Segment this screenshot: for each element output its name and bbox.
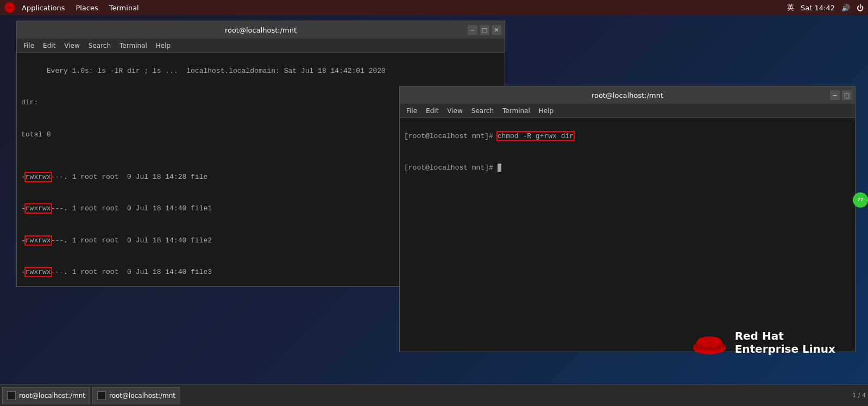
term2-edit-menu[interactable]: Edit <box>423 106 442 116</box>
minimize-button-1[interactable]: ─ <box>468 25 477 35</box>
top-menubar: Applications Places Terminal 英 Sat 14:42… <box>0 0 868 15</box>
term2-search-menu[interactable]: Search <box>468 106 497 116</box>
term1-search-menu[interactable]: Search <box>85 41 114 51</box>
terminal-2-prompt2: [root@localhost mnt]# <box>404 164 498 172</box>
minimize-button-2[interactable]: ─ <box>830 90 840 100</box>
maximize-button-2[interactable]: □ <box>842 90 852 100</box>
redhat-name: Red Hat <box>735 329 835 342</box>
taskbar-item-1-label: root@localhost:/mnt <box>19 392 85 399</box>
maximize-button-1[interactable]: □ <box>480 25 489 35</box>
terminal-2-command1: chmod -R g+rwx dir <box>498 132 574 140</box>
terminal-1-line3: -rwxrwx---. 1 root root 0 Jul 18 14:40 f… <box>21 236 212 245</box>
terminal-1-line2: -rwxrwx---. 1 root root 0 Jul 18 14:40 f… <box>21 204 212 213</box>
terminal-1-menubar: File Edit View Search Terminal Help <box>17 39 505 53</box>
terminal-menu[interactable]: Terminal <box>105 3 143 13</box>
redhat-text: Red Hat Enterprise Linux <box>735 329 835 355</box>
redhat-logo-area: Red Hat Enterprise Linux <box>690 327 835 357</box>
term1-edit-menu[interactable]: Edit <box>40 41 59 51</box>
terminal-1-line1: -rwxrwx---. 1 root root 0 Jul 18 14:28 f… <box>21 173 207 181</box>
term2-file-menu[interactable]: File <box>403 106 420 116</box>
term2-terminal-menu[interactable]: Terminal <box>499 106 533 116</box>
term1-file-menu[interactable]: File <box>20 41 37 51</box>
term1-view-menu[interactable]: View <box>61 41 83 51</box>
terminal-1-line4: -rwxrwx---. 1 root root 0 Jul 18 14:40 f… <box>21 268 212 276</box>
close-button-1[interactable]: ✕ <box>492 25 501 35</box>
terminal-2-content: [root@localhost mnt]# chmod -R g+rwx dir… <box>400 118 855 352</box>
terminal-1-total: total 0 <box>21 130 51 139</box>
terminal-1-titlebar: root@localhost:/mnt ─ □ ✕ <box>17 21 505 39</box>
terminal-1-controls: ─ □ ✕ <box>468 25 501 35</box>
term2-help-menu[interactable]: Help <box>536 106 557 116</box>
terminal-2-cursor <box>498 164 502 172</box>
places-menu[interactable]: Places <box>71 3 102 13</box>
terminal-2-prompt1: [root@localhost mnt]# <box>404 132 498 140</box>
term1-terminal-menu[interactable]: Terminal <box>116 41 150 51</box>
term2-view-menu[interactable]: View <box>444 106 466 116</box>
terminal-2-menubar: File Edit View Search Terminal Help <box>400 104 855 118</box>
language-indicator: 英 <box>787 3 794 13</box>
green-badge[interactable]: 77 <box>853 192 868 208</box>
power-icon[interactable]: ⏻ <box>857 4 864 12</box>
volume-icon[interactable]: 🔊 <box>841 4 850 12</box>
taskbar: root@localhost:/mnt root@localhost:/mnt … <box>0 384 868 406</box>
redhat-hat-icon <box>690 327 728 357</box>
terminal-2-titlebar: root@localhost:/mnt ─ □ <box>400 86 855 104</box>
taskbar-icon-1 <box>7 391 16 400</box>
taskbar-icon-2 <box>97 391 106 400</box>
taskbar-item-2-label: root@localhost:/mnt <box>109 392 175 399</box>
terminal-1-title: root@localhost:/mnt <box>17 26 505 34</box>
terminal-2-controls: ─ □ <box>830 90 852 100</box>
top-right-items: 英 Sat 14:42 🔊 ⏻ <box>787 3 864 13</box>
terminal-window-2: root@localhost:/mnt ─ □ File Edit View S… <box>399 86 856 352</box>
taskbar-item-1[interactable]: root@localhost:/mnt <box>2 387 90 404</box>
terminal-1-dir-label: dir: <box>21 98 38 107</box>
clock: Sat 14:42 <box>801 4 835 12</box>
redhat-logo-icon <box>4 2 15 13</box>
taskbar-item-2[interactable]: root@localhost:/mnt <box>92 387 180 404</box>
terminal-1-header: Every 1.0s: ls -lR dir ; ls ... localhos… <box>47 67 386 75</box>
page-indicator: 1 / 4 <box>852 392 866 399</box>
terminal-2-title: root@localhost:/mnt <box>400 91 855 99</box>
redhat-subtitle: Enterprise Linux <box>735 342 835 355</box>
applications-menu[interactable]: Applications <box>17 3 69 13</box>
term1-help-menu[interactable]: Help <box>153 41 174 51</box>
desktop: root@localhost:/mnt ─ □ ✕ File Edit View… <box>0 15 868 384</box>
